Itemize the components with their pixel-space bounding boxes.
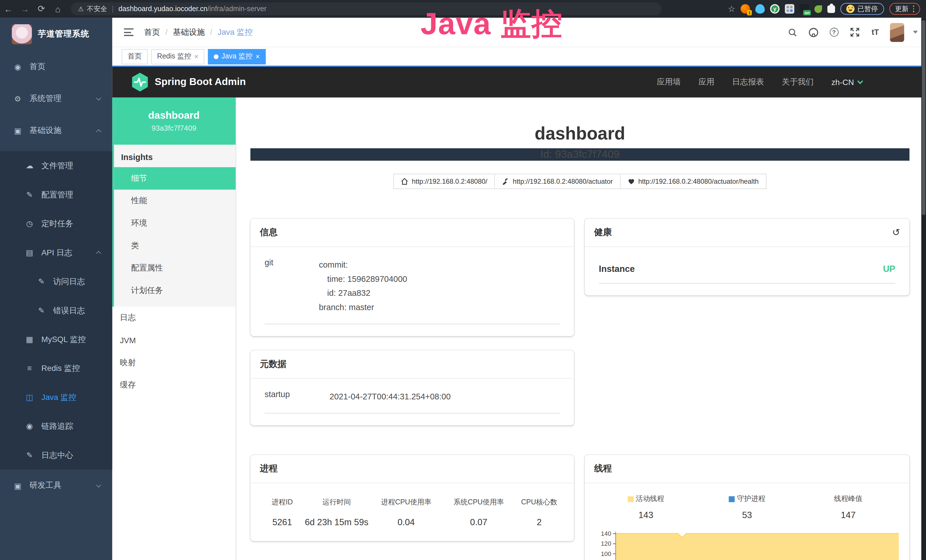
- back-icon[interactable]: ←: [0, 4, 17, 14]
- tab-java-monitor[interactable]: Java 监控 ×: [208, 49, 265, 64]
- sidebar-item-jobs[interactable]: ◷ 定时任务: [0, 209, 112, 238]
- sidebar-item-system[interactable]: ⚙ 系统管理: [0, 83, 112, 115]
- health-card: 健康 ↺ Instance UP: [585, 218, 909, 295]
- sidebar-item-classes[interactable]: 类: [114, 235, 236, 257]
- locale-select[interactable]: zh-CN: [831, 77, 862, 86]
- stack-icon: ≡: [25, 364, 34, 373]
- sidebar-item-details[interactable]: 细节: [114, 167, 236, 190]
- status-badge: UP: [883, 263, 895, 274]
- nav-journal[interactable]: 日志报表: [732, 77, 764, 87]
- sidebar-item-configprops[interactable]: 配置属性: [114, 257, 236, 280]
- metadata-card: 元数据 startup 2021-04-27T00:44:31.254+08:0…: [250, 350, 574, 425]
- sidebar-item-api-log[interactable]: ▤ API 日志: [0, 238, 112, 267]
- infra-submenu: ☁ 文件管理 ✎ 配置管理 ◷ 定时任务 ▤ API 日志 ✎ 访问日志 ✎: [0, 151, 112, 469]
- health-row-instance: Instance UP: [599, 257, 896, 283]
- security-label[interactable]: 不安全: [87, 5, 107, 14]
- emoji-face-icon: [846, 5, 855, 13]
- breadcrumb: 首页 / 基础设施 / Java 监控: [144, 27, 253, 37]
- extension-icon-5[interactable]: on: [800, 4, 809, 14]
- sidebar-item-jvm[interactable]: JVM: [112, 329, 236, 351]
- sidebar-item-mysql[interactable]: ▦ MySQL 监控: [0, 325, 112, 354]
- sidebar-item-logfile[interactable]: 日志: [112, 307, 236, 329]
- actuator-url-link[interactable]: http://192.168.0.2:48080/actuator: [495, 174, 620, 189]
- paused-badge[interactable]: 已暂停: [840, 3, 884, 15]
- nav-wallboard[interactable]: 应用墙: [657, 77, 681, 87]
- monitor-icon: ▣: [13, 126, 23, 135]
- help-icon[interactable]: ?: [828, 26, 840, 38]
- extension-icon-1[interactable]: 1: [741, 4, 750, 14]
- sidebar-item-access-log[interactable]: ✎ 访问日志: [0, 267, 112, 296]
- app-logo-row[interactable]: 芋道管理系统: [0, 18, 112, 51]
- screen: ← → ⟳ ⌂ ⚠ 不安全 | dashboard.yudao.iocoder.…: [0, 0, 926, 560]
- sidebar-item-devtools[interactable]: ▣ 研发工具: [0, 469, 112, 501]
- timer-icon: ◷: [25, 219, 34, 228]
- insights-group: Insights 细节 性能 环境 类 配置属性 计划任务: [112, 145, 236, 306]
- sidebar-item-config[interactable]: ✎ 配置管理: [0, 180, 112, 209]
- sidebar-item-java-monitor[interactable]: ◫ Java 监控: [0, 383, 112, 412]
- menu-kebab-icon[interactable]: [912, 5, 914, 12]
- area-chart: [616, 532, 899, 560]
- nav-applications[interactable]: 应用: [698, 77, 714, 87]
- sba-brand-title: Spring Boot Admin: [155, 76, 246, 88]
- extensions-puzzle-icon[interactable]: [827, 5, 835, 13]
- user-avatar[interactable]: [890, 23, 904, 42]
- card-title: 进程: [250, 455, 574, 483]
- extension-icon-4[interactable]: [785, 4, 794, 14]
- font-size-icon[interactable]: tT: [869, 26, 881, 38]
- health-url-link[interactable]: http://192.168.0.2:48080/actuator/health: [620, 174, 766, 189]
- extension-on-badge: on: [803, 10, 811, 15]
- sidebar-item-scheduled-tasks[interactable]: 计划任务: [114, 279, 236, 302]
- close-icon[interactable]: ×: [256, 52, 260, 61]
- edit-icon: ✎: [36, 277, 46, 286]
- browser-toolbar: ← → ⟳ ⌂ ⚠ 不安全 | dashboard.yudao.iocoder.…: [0, 0, 926, 18]
- breadcrumb-home[interactable]: 首页: [144, 27, 160, 37]
- sidebar-item-environment[interactable]: 环境: [114, 212, 236, 235]
- sba-content: dashboard Id: 93a3fc7f7409 http://192.16…: [236, 98, 921, 560]
- extension-icon-2[interactable]: [755, 4, 765, 14]
- legend-live-threads: 活动线程 143: [595, 494, 696, 520]
- scrollbar-thumb[interactable]: [922, 20, 925, 215]
- nav-about[interactable]: 关于我们: [782, 77, 814, 87]
- update-button[interactable]: 更新: [889, 3, 920, 15]
- tab-home[interactable]: 首页: [122, 49, 148, 64]
- extension-icon-6[interactable]: [814, 5, 822, 13]
- reload-icon[interactable]: ⟳: [33, 3, 50, 14]
- tab-redis-monitor[interactable]: Redis 监控 ×: [151, 49, 204, 64]
- sidebar-item-caches[interactable]: 缓存: [112, 374, 236, 397]
- sidebar-item-files[interactable]: ☁ 文件管理: [0, 151, 112, 180]
- legend-daemon-threads: 守护进程 53: [696, 494, 798, 520]
- sidebar-item-infra[interactable]: ▣ 基础设施: [0, 115, 112, 147]
- scrollbar[interactable]: [921, 18, 926, 560]
- instance-header[interactable]: dashboard 93a3fc7f7409: [112, 98, 236, 145]
- close-icon[interactable]: ×: [194, 52, 198, 61]
- instance-id: 93a3fc7f7409: [151, 124, 196, 132]
- sidebar-item-log-center[interactable]: ✎ 日志中心: [0, 441, 112, 469]
- edit-icon: ✎: [25, 451, 34, 460]
- history-icon[interactable]: ↺: [892, 227, 900, 238]
- sidebar-item-metrics[interactable]: 性能: [114, 190, 236, 212]
- bookmark-star-icon[interactable]: ☆: [728, 4, 735, 14]
- home-icon[interactable]: ⌂: [50, 4, 66, 14]
- sidebar-item-home[interactable]: ◉ 首页: [0, 51, 112, 83]
- gear-icon: ⚙: [13, 94, 23, 103]
- fullscreen-icon[interactable]: [849, 26, 860, 38]
- avatar-caret-icon[interactable]: [913, 31, 918, 34]
- legend-swatch-blue: [729, 496, 735, 502]
- warning-icon: ⚠: [78, 5, 83, 13]
- forward-icon[interactable]: →: [17, 4, 33, 14]
- extension-icon-3[interactable]: y: [770, 4, 779, 14]
- address-bar[interactable]: ⚠ 不安全 | dashboard.yudao.iocoder.cn /infr…: [71, 2, 661, 15]
- sidebar-item-redis[interactable]: ≡ Redis 监控: [0, 354, 112, 383]
- app-logo: [12, 24, 32, 44]
- sidebar-item-mappings[interactable]: 映射: [112, 351, 236, 374]
- sba-logo[interactable]: Spring Boot Admin: [131, 72, 246, 92]
- search-icon[interactable]: [787, 26, 798, 38]
- github-icon[interactable]: [807, 26, 819, 38]
- sidebar-toggle-icon[interactable]: [122, 26, 136, 38]
- breadcrumb-infra[interactable]: 基础设施: [173, 27, 205, 37]
- card-title: 健康: [594, 227, 612, 238]
- sidebar-item-tracing[interactable]: ◉ 链路追踪: [0, 412, 112, 440]
- service-url-link[interactable]: http://192.168.0.2:48080/: [393, 174, 495, 189]
- sidebar-item-error-log[interactable]: ✎ 错误日志: [0, 296, 112, 325]
- breadcrumb-current: Java 监控: [218, 27, 253, 37]
